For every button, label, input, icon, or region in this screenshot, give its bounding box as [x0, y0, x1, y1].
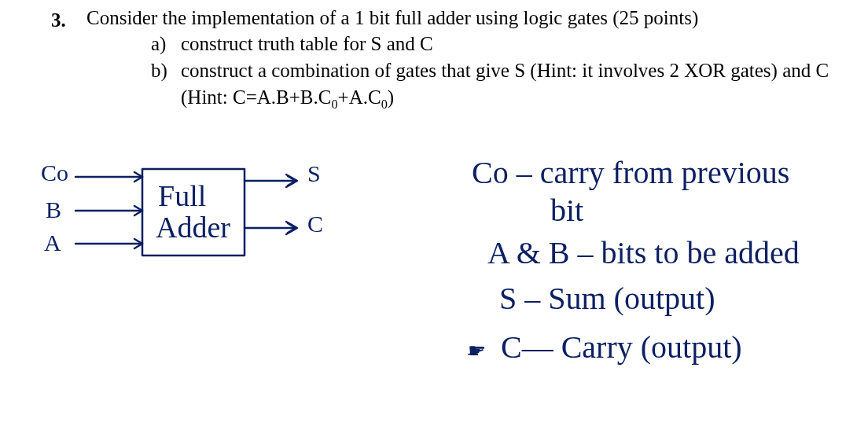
legend-co-line2: bit [550, 195, 583, 226]
box-text-full: Full [158, 181, 206, 211]
input-label-co: Co [41, 161, 68, 185]
part-b-line2: (Hint: C=A.B+B.C0+A.C0) [181, 86, 394, 112]
box-text-adder: Adder [156, 212, 230, 242]
problem-text: Consider the implementation of a 1 bit f… [86, 7, 698, 29]
legend-co-label: Co [472, 155, 509, 190]
legend-co-text1: carry from previous [540, 155, 790, 190]
dash-icon: – [509, 155, 540, 190]
part-b-label: b) [151, 60, 167, 82]
legend-s: S – Sum (output) [499, 283, 715, 314]
exam-problem-page: 3. Consider the implementation of a 1 bi… [0, 0, 868, 430]
hint-suffix: ) [388, 86, 394, 108]
legend-s-label: S [499, 281, 517, 316]
hint-mid: +A.C [338, 86, 381, 108]
input-label-a: A [44, 231, 61, 255]
legend-ab-text: bits to be added [601, 235, 799, 270]
part-a-text: construct truth table for S and C [181, 33, 433, 55]
legend-ab-label: A & B [487, 235, 569, 270]
legend-ab: A & B – bits to be added [487, 237, 800, 269]
pointer-icon: ☛ [468, 341, 484, 362]
full-adder-diagram: Co B A Full Adder S C [36, 157, 335, 299]
dash-icon: — [522, 329, 561, 365]
problem-number: 3. [51, 9, 66, 31]
legend-c: ☛ C— Carry (output) [468, 332, 742, 363]
dash-icon: – [517, 281, 548, 316]
subscript-2: 0 [381, 97, 388, 112]
legend-s-text: Sum (output) [548, 281, 715, 316]
part-b-line1: construct a combination of gates that gi… [181, 60, 829, 82]
part-a-label: a) [151, 33, 166, 55]
hint-prefix: (Hint: C=A.B+B.C [181, 86, 331, 108]
subscript-1: 0 [331, 97, 337, 112]
legend-c-label: C [501, 329, 522, 365]
input-label-b: B [46, 198, 61, 222]
dash-icon: – [569, 235, 601, 270]
legend-c-text: Carry (output) [561, 329, 742, 365]
output-label-s: S [307, 162, 321, 186]
output-label-c: C [307, 212, 323, 236]
legend-co: Co – carry from previous [472, 157, 789, 189]
legend-co-text2: bit [550, 193, 583, 228]
